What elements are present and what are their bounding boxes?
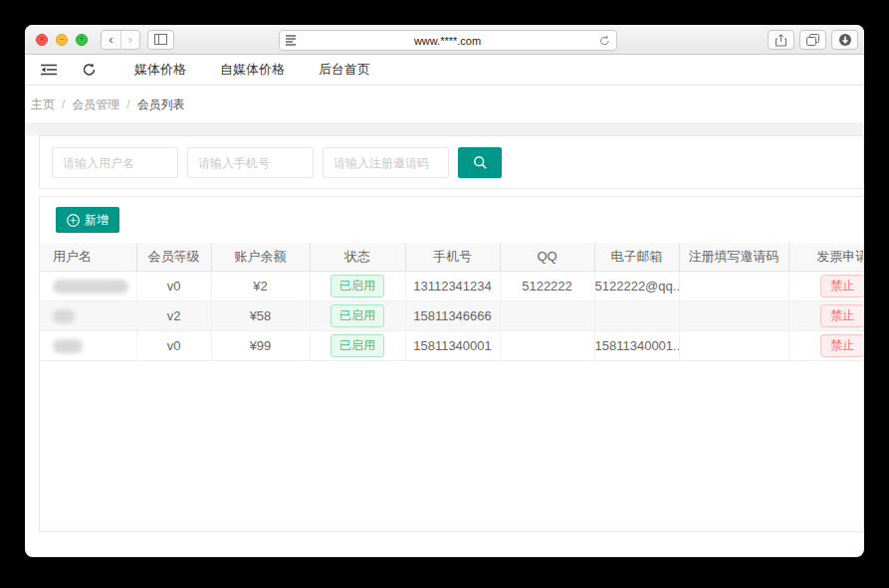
invoice-cell: 禁止 xyxy=(788,300,863,330)
qq-cell: 5122222 xyxy=(500,271,594,300)
table-row: v0 ¥2 已启用 13112341234 5122222 5122222@qq… xyxy=(40,271,863,300)
back-button[interactable]: ‹ xyxy=(102,31,120,49)
table-row: v2 ¥58 已启用 15811346666 禁止 xyxy=(40,300,863,330)
col-member-level: 会员等级 xyxy=(136,243,211,271)
address-bar[interactable]: www.****.com xyxy=(279,30,617,51)
level-cell: v0 xyxy=(136,330,211,360)
share-icon xyxy=(776,34,786,47)
share-button[interactable] xyxy=(768,30,794,50)
email-cell: 15811340001... xyxy=(594,330,679,360)
username-cell xyxy=(40,271,136,300)
phone-cell: 15811346666 xyxy=(405,300,500,330)
invite-code-cell xyxy=(679,300,788,330)
reader-icon[interactable] xyxy=(286,35,296,46)
add-member-button[interactable]: 新增 xyxy=(56,207,119,233)
browser-titlebar: × − + ‹ › www.****.com xyxy=(25,25,864,55)
breadcrumb: 主页/会员管理/会员列表 xyxy=(25,86,864,122)
titlebar-right-buttons xyxy=(768,30,858,50)
phone-search-input[interactable] xyxy=(187,147,314,178)
phone-cell: 15811340001 xyxy=(405,330,500,360)
chevron-right-icon: › xyxy=(128,32,132,47)
username-search-input[interactable] xyxy=(52,147,178,178)
member-table-wrap: 用户名 会员等级 账户余额 状态 手机号 QQ 电子邮箱 注册填写邀请码 发票申… xyxy=(40,243,863,361)
invoice-cell: 禁止 xyxy=(788,330,863,360)
sidebar-toggle-button[interactable] xyxy=(147,30,174,50)
invoice-cell: 禁止 xyxy=(788,271,863,300)
downloads-button[interactable] xyxy=(831,30,858,50)
col-username: 用户名 xyxy=(40,243,136,271)
forbid-button[interactable]: 禁止 xyxy=(820,334,863,357)
plus-circle-icon xyxy=(67,214,80,227)
zoom-window-button[interactable]: + xyxy=(76,34,88,46)
page-content: 新增 用户名 会员等级 账户余额 状态 手机号 xyxy=(25,135,864,532)
tab-self-media-price[interactable]: 自媒体价格 xyxy=(203,61,302,79)
window-controls: × − + xyxy=(36,34,88,46)
forbid-button[interactable]: 禁止 xyxy=(820,304,863,327)
minimize-window-button[interactable]: − xyxy=(56,34,68,46)
add-member-label: 新增 xyxy=(85,212,109,229)
status-cell: 已启用 xyxy=(310,300,405,330)
redacted-username xyxy=(53,339,83,353)
app-nav-bar: 媒体价格 自媒体价格 后台首页 xyxy=(25,55,864,86)
url-text: www.****.com xyxy=(296,35,599,47)
table-row: v0 ¥99 已启用 15811340001 15811340001... 禁止 xyxy=(40,330,863,360)
refresh-icon xyxy=(83,63,96,77)
search-form-card xyxy=(39,135,864,189)
balance-cell: ¥2 xyxy=(211,271,310,300)
balance-cell: ¥99 xyxy=(211,330,310,360)
nav-tabs: 媒体价格 自媒体价格 后台首页 xyxy=(117,61,387,79)
collapse-sidebar-button[interactable] xyxy=(41,64,57,76)
search-button[interactable] xyxy=(458,147,502,178)
col-account-balance: 账户余额 xyxy=(211,243,310,271)
invite-code-cell xyxy=(679,330,788,360)
tab-admin-home[interactable]: 后台首页 xyxy=(302,61,387,79)
invite-code-search-input[interactable] xyxy=(323,147,449,178)
qq-cell xyxy=(500,330,594,360)
col-phone: 手机号 xyxy=(405,243,500,271)
col-status: 状态 xyxy=(310,243,405,271)
tabs-icon xyxy=(806,34,819,46)
status-badge: 已启用 xyxy=(331,275,384,297)
level-cell: v2 xyxy=(136,300,211,330)
status-cell: 已启用 xyxy=(310,330,405,360)
level-cell: v0 xyxy=(136,271,211,300)
reload-icon[interactable] xyxy=(599,35,610,47)
close-window-button[interactable]: × xyxy=(36,34,48,46)
redacted-username xyxy=(53,280,128,294)
forbid-button[interactable]: 禁止 xyxy=(820,275,863,297)
col-qq: QQ xyxy=(500,243,594,271)
tab-media-price[interactable]: 媒体价格 xyxy=(117,61,203,79)
breadcrumb-separator: / xyxy=(126,98,129,111)
breadcrumb-member-management[interactable]: 会员管理 xyxy=(72,98,119,111)
invite-code-cell xyxy=(679,271,788,300)
col-invoice-request: 发票申请 xyxy=(788,243,863,271)
member-table-card: 新增 用户名 会员等级 账户余额 状态 手机号 xyxy=(39,196,864,532)
balance-cell: ¥58 xyxy=(211,300,310,330)
search-icon xyxy=(473,155,488,170)
section-divider xyxy=(25,122,864,135)
member-table: 用户名 会员等级 账户余额 状态 手机号 QQ 电子邮箱 注册填写邀请码 发票申… xyxy=(40,243,863,361)
breadcrumb-member-list: 会员列表 xyxy=(137,98,185,111)
sidebar-icon xyxy=(154,34,167,45)
status-badge: 已启用 xyxy=(331,334,384,357)
history-nav-group: ‹ › xyxy=(101,30,140,50)
redacted-username xyxy=(53,309,75,323)
breadcrumb-home[interactable]: 主页 xyxy=(31,98,55,111)
qq-cell xyxy=(500,300,594,330)
col-email: 电子邮箱 xyxy=(594,243,679,271)
breadcrumb-separator: / xyxy=(62,98,65,111)
tab-overview-button[interactable] xyxy=(799,30,826,50)
chevron-left-icon: ‹ xyxy=(109,32,112,47)
username-cell xyxy=(40,300,136,330)
status-badge: 已启用 xyxy=(331,304,384,327)
status-cell: 已启用 xyxy=(310,271,405,300)
phone-cell: 13112341234 xyxy=(405,271,500,300)
username-cell xyxy=(40,330,136,360)
email-cell: 5122222@qq... xyxy=(594,271,679,300)
refresh-page-button[interactable] xyxy=(83,63,96,77)
email-cell xyxy=(594,300,679,330)
collapse-sidebar-icon xyxy=(41,64,57,76)
table-header-row: 用户名 会员等级 账户余额 状态 手机号 QQ 电子邮箱 注册填写邀请码 发票申… xyxy=(40,243,863,271)
forward-button[interactable]: › xyxy=(120,31,139,49)
col-invite-code: 注册填写邀请码 xyxy=(679,243,788,271)
